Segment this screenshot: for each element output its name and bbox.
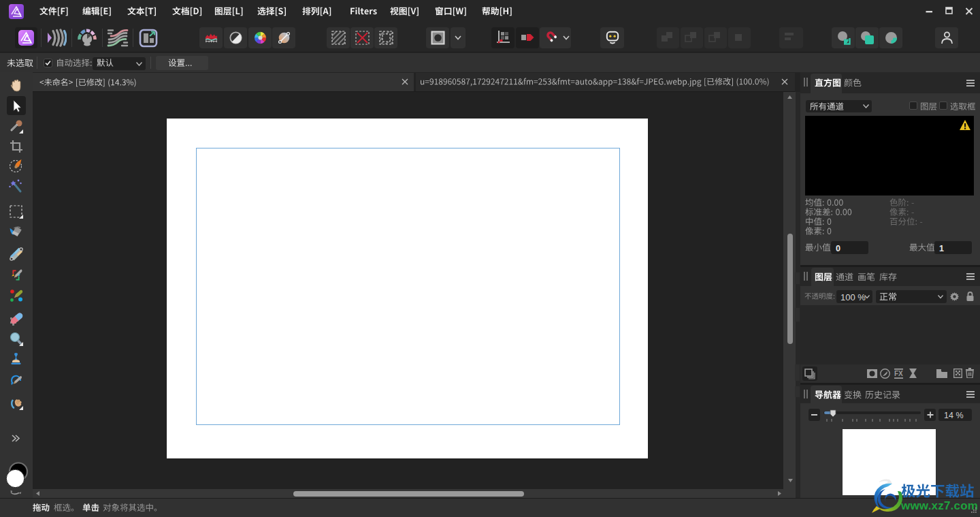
svg-text:FX: FX: [894, 370, 903, 377]
